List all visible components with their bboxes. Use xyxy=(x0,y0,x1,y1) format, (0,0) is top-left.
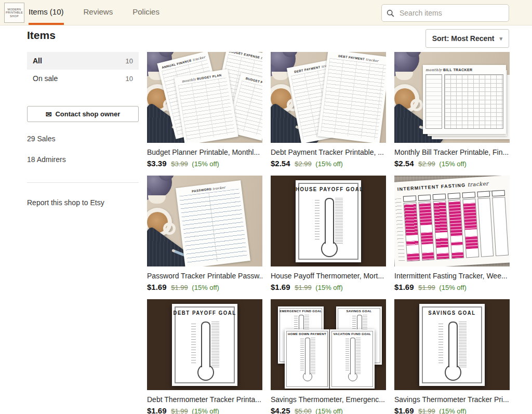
filter-all[interactable]: All 10 xyxy=(27,52,139,70)
product-price-row: $1.69 $1.99 (15% off) xyxy=(394,282,510,292)
product-price-row: $2.54 $2.99 (15% off) xyxy=(394,158,510,169)
product-price: $4.25 xyxy=(271,406,290,414)
product-image[interactable]: DEBT PAYOFF GOAL xyxy=(147,299,262,390)
product-original-price: $2.99 xyxy=(295,160,312,168)
product-title: Budget Planner Printable, Monthl... xyxy=(147,148,262,157)
product-image[interactable]: DEBT PAYMENT trackerDEBT PAYMENT tracker xyxy=(271,52,386,143)
sort-label: Sort: Most Recent xyxy=(432,34,495,43)
product-discount: (15% off) xyxy=(315,407,343,414)
product-card[interactable]: DEBT PAYMENT trackerDEBT PAYMENT tracker… xyxy=(271,52,386,169)
product-image[interactable]: INTERMITTENT FASTING tracker xyxy=(394,176,510,266)
product-image[interactable]: HOUSE PAYOFF GOAL xyxy=(271,176,386,266)
product-price-row: $3.39 $3.99 (15% off) xyxy=(147,158,262,169)
product-card[interactable]: monthly BILL TRACKER Monthly Bill Tracke… xyxy=(394,52,510,169)
product-card[interactable]: PASSWORD tracker Password Tracker Printa… xyxy=(147,176,262,292)
product-title: Password Tracker Printable Passw... xyxy=(147,272,262,281)
product-original-price: $3.99 xyxy=(171,160,188,168)
admirers-count: 18 Admirers xyxy=(27,155,139,164)
thermometer-poster: DEBT PAYOFF GOAL xyxy=(172,304,237,386)
page-title: Items xyxy=(27,29,56,42)
product-original-price: $1.99 xyxy=(295,284,312,291)
search-input[interactable] xyxy=(398,8,504,18)
printable-paper: DEBT PAYMENT tracker xyxy=(317,52,386,143)
tab-policies[interactable]: Policies xyxy=(132,0,159,25)
thermometer-ticks xyxy=(438,324,443,365)
product-card[interactable]: ANNUAL FINANCE trackerBUDGET EXPENSE tra… xyxy=(147,52,262,169)
shop-tabs: Items (10)ReviewsPolicies xyxy=(29,0,179,25)
product-price-row: $1.69 $1.99 (15% off) xyxy=(394,406,510,414)
product-title: Intermittent Fasting Tracker, Wee... xyxy=(394,272,510,281)
product-image[interactable]: SAVINGS GOAL xyxy=(394,299,510,390)
product-card[interactable]: SAVINGS GOAL Savings Thermometer Tracker… xyxy=(394,299,510,414)
filter-count: 10 xyxy=(126,75,133,83)
product-original-price: $1.99 xyxy=(171,407,188,414)
product-title: Savings Thermometer, Emergenc... xyxy=(271,395,386,404)
product-price: $2.54 xyxy=(271,159,290,168)
contact-button-label: Contact shop owner xyxy=(55,110,120,118)
plant-pot-photo xyxy=(148,195,166,204)
report-shop-link[interactable]: Report this shop to Etsy xyxy=(27,198,139,207)
filter-count: 10 xyxy=(126,57,133,65)
product-card[interactable]: HOUSE PAYOFF GOAL House Payoff Thermomet… xyxy=(271,176,386,292)
sort-dropdown[interactable]: Sort: Most Recent ▾ xyxy=(425,29,509,48)
product-price: $1.69 xyxy=(271,283,290,291)
filter-label: All xyxy=(33,57,42,65)
thermometer-ticks xyxy=(335,198,343,245)
thermometer-poster: HOME DOWN PAYMENT xyxy=(285,329,329,389)
product-card[interactable]: DEBT PAYOFF GOAL Debt Thermometer Tracke… xyxy=(147,299,262,414)
product-price: $3.39 xyxy=(147,159,167,168)
thermometer-poster: VACATION FUND GOAL xyxy=(330,329,375,389)
sales-count: 29 Sales xyxy=(27,135,139,143)
product-discount: (15% off) xyxy=(439,284,467,291)
tab-items[interactable]: Items (10) xyxy=(29,0,64,25)
tab-reviews[interactable]: Reviews xyxy=(84,0,113,25)
sidebar-divider xyxy=(27,182,139,183)
thermometer-poster: HOUSE PAYOFF GOAL xyxy=(296,180,361,262)
shop-logo-text: SHOP xyxy=(10,15,19,18)
product-image[interactable]: EMERGENCY FUND GOALSAVINGS GOALHOME DOWN… xyxy=(271,299,386,390)
product-price: $1.69 xyxy=(147,406,167,414)
filter-label: On sale xyxy=(33,74,58,83)
product-price-row: $4.25 $5.00 (15% off) xyxy=(271,406,386,414)
product-image[interactable]: ANNUAL FINANCE trackerBUDGET EXPENSE tra… xyxy=(147,52,262,143)
product-image[interactable]: monthly BILL TRACKER xyxy=(394,52,510,143)
chevron-down-icon: ▾ xyxy=(499,35,502,42)
product-image[interactable]: PASSWORD tracker xyxy=(147,176,262,266)
search-icon xyxy=(387,9,394,17)
plant-pot-photo xyxy=(272,72,289,80)
product-title: Debt Payment Tracker Printable, ... xyxy=(271,148,386,157)
product-price: $1.69 xyxy=(394,406,414,414)
search-box xyxy=(381,4,509,22)
product-price-row: $2.54 $2.99 (15% off) xyxy=(271,158,386,169)
product-title: Monthly Bill Tracker Printable, Fin... xyxy=(394,148,510,157)
product-title: Savings Thermometer Tracker Pri... xyxy=(394,395,510,404)
product-price: $1.69 xyxy=(147,283,167,291)
thermometer-ticks xyxy=(459,322,467,368)
product-card[interactable]: INTERMITTENT FASTING tracker Intermitten… xyxy=(394,176,510,292)
thermometer-ticks xyxy=(315,200,320,242)
product-discount: (15% off) xyxy=(192,160,219,168)
product-price-row: $1.69 $1.99 (15% off) xyxy=(147,406,262,414)
thermometer-ticks xyxy=(191,324,196,365)
product-price-row: $1.69 $1.99 (15% off) xyxy=(147,282,262,292)
fasting-columns xyxy=(403,190,509,262)
product-price-row: $1.69 $1.99 (15% off) xyxy=(271,282,386,292)
sidebar: All 10 On sale 10 ✉ Contact shop owner 2… xyxy=(27,52,139,207)
product-discount: (15% off) xyxy=(192,284,219,291)
filter-on-sale[interactable]: On sale 10 xyxy=(27,70,139,87)
product-title: House Payoff Thermometer, Mort... xyxy=(271,272,386,281)
product-original-price: $1.99 xyxy=(418,284,435,291)
product-discount: (15% off) xyxy=(439,160,467,168)
product-original-price: $1.99 xyxy=(418,407,435,414)
printable-paper: monthly BILL TRACKER xyxy=(423,65,506,134)
product-title: Debt Thermometer Tracker Printa... xyxy=(147,395,262,404)
shop-logo[interactable]: MODERN PRINTABLE SHOP xyxy=(4,3,24,23)
product-original-price: $2.99 xyxy=(418,160,435,168)
product-original-price: $1.99 xyxy=(171,284,188,291)
items-grid: ANNUAL FINANCE trackerBUDGET EXPENSE tra… xyxy=(147,52,511,414)
product-card[interactable]: EMERGENCY FUND GOALSAVINGS GOALHOME DOWN… xyxy=(271,299,386,414)
contact-shop-owner-button[interactable]: ✉ Contact shop owner xyxy=(27,106,139,122)
thermometer-ticks xyxy=(211,322,219,368)
thermometer-tube xyxy=(448,322,458,367)
product-price: $2.54 xyxy=(394,159,414,168)
